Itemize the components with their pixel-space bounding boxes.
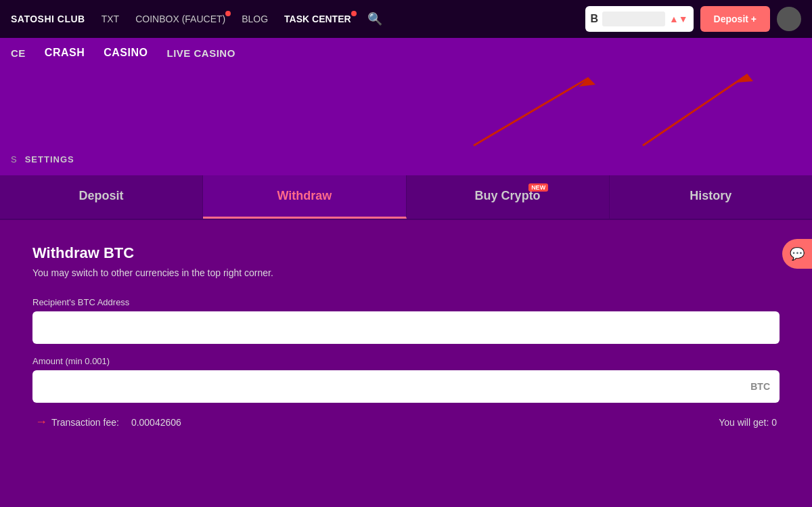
sec-nav-crash[interactable]: CRASH — [45, 47, 85, 59]
brand-logo[interactable]: SATOSHI CLUB — [11, 14, 85, 24]
notification-dot — [225, 11, 231, 16]
settings-link[interactable]: SETTINGS — [25, 154, 74, 164]
amount-input-wrap: BTC — [32, 370, 780, 403]
tabs-container: Deposit Withdraw Buy Crypto NEW History — [0, 175, 812, 220]
chat-icon: 💬 — [790, 246, 805, 261]
address-label: Recipient's BTC Address — [32, 297, 780, 307]
search-button[interactable]: 🔍 — [367, 12, 382, 26]
deposit-button[interactable]: Deposit + — [700, 6, 770, 32]
fee-row: → Transaction fee: 0.00042606 You will g… — [32, 415, 780, 429]
top-nav-left: SATOSHI CLUB TXT COINBOX (FAUCET) BLOG T… — [11, 12, 569, 26]
nav-link-blog[interactable]: BLOG — [242, 14, 268, 24]
breadcrumb-sep: S — [11, 154, 17, 164]
fee-value: 0.00042606 — [131, 417, 181, 428]
withdraw-subtitle: You may switch to other currencies in th… — [32, 267, 780, 278]
chat-bubble[interactable]: 💬 — [782, 239, 812, 269]
withdraw-title: Withdraw BTC — [32, 244, 780, 262]
currency-value — [602, 12, 665, 26]
main-content: Withdraw BTC You may switch to other cur… — [0, 220, 812, 483]
nav-link-txt[interactable]: TXT — [102, 14, 119, 24]
svg-line-0 — [474, 78, 589, 146]
address-input[interactable] — [32, 311, 780, 344]
top-navigation: SATOSHI CLUB TXT COINBOX (FAUCET) BLOG T… — [0, 0, 812, 38]
settings-bar: S SETTINGS — [0, 149, 812, 175]
amount-field-wrap: Amount (min 0.001) BTC — [32, 356, 780, 403]
new-badge: NEW — [528, 183, 548, 192]
currency-symbol: B — [591, 13, 599, 25]
tab-history[interactable]: History — [610, 175, 812, 219]
tab-buy-crypto[interactable]: Buy Crypto NEW — [407, 175, 610, 219]
notification-dot-task — [351, 11, 357, 16]
tab-withdraw[interactable]: Withdraw — [203, 175, 406, 219]
nav-link-task-center[interactable]: TASK CENTER — [284, 14, 351, 24]
address-field-wrap: Recipient's BTC Address — [32, 297, 780, 344]
currency-tag: BTC — [750, 381, 770, 392]
avatar[interactable] — [777, 7, 801, 31]
tab-deposit[interactable]: Deposit — [0, 175, 203, 219]
fee-left: → Transaction fee: 0.00042606 — [35, 415, 181, 429]
secondary-navigation: CE CRASH CASINO LIVE CASINO — [0, 38, 812, 68]
fee-arrow-icon: → — [35, 415, 47, 429]
amount-input[interactable] — [32, 370, 780, 403]
fee-label: Transaction fee: — [51, 417, 119, 428]
sec-nav-live-casino[interactable]: LIVE CASINO — [166, 47, 235, 59]
sec-nav-casino[interactable]: CASINO — [104, 47, 148, 59]
currency-selector[interactable]: B ▲▼ — [585, 6, 694, 32]
amount-label: Amount (min 0.001) — [32, 356, 780, 366]
sec-nav-ce[interactable]: CE — [11, 47, 26, 59]
you-get-label: You will get: 0 — [719, 417, 777, 428]
nav-link-coinbox[interactable]: COINBOX (FAUCET) — [135, 14, 225, 24]
svg-line-2 — [643, 74, 748, 146]
arrows-decoration — [0, 68, 812, 149]
currency-arrows-icon[interactable]: ▲▼ — [669, 14, 688, 24]
top-nav-right: B ▲▼ Deposit + — [585, 6, 801, 32]
